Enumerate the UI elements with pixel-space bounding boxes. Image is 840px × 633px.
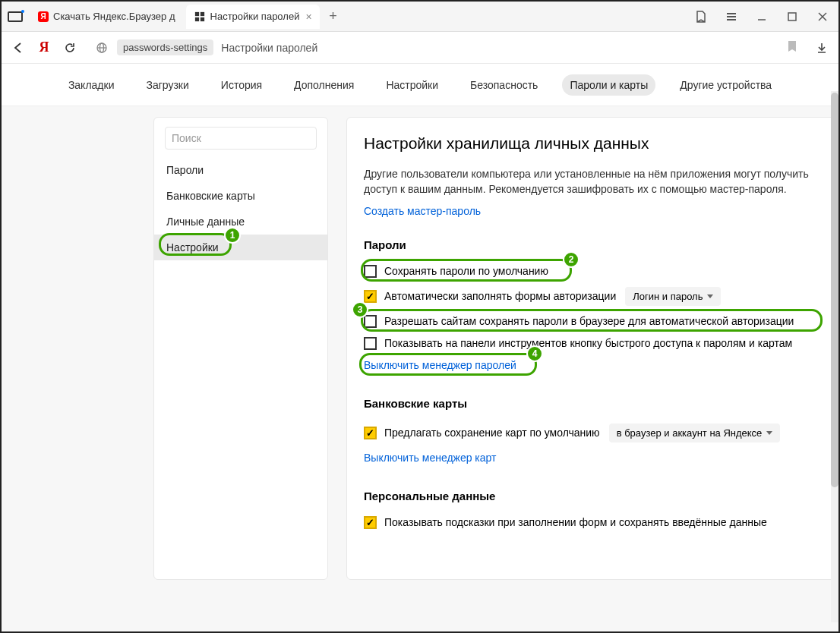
yandex-icon: Я	[38, 11, 49, 22]
sidebar-item-label: Настройки	[166, 241, 219, 254]
topnav-settings[interactable]: Настройки	[378, 74, 446, 96]
new-tab-button[interactable]: +	[323, 6, 344, 27]
scrollbar[interactable]	[831, 106, 838, 622]
label-allow-sites: Разрешать сайтам сохранять пароли в брау…	[384, 315, 794, 327]
label-show-hints: Показывать подсказки при заполнении форм…	[384, 516, 767, 528]
row-show-hints: Показывать подсказки при заполнении форм…	[364, 512, 821, 534]
row-offer-save-cards: Предлагать сохранение карт по умолчанию …	[364, 419, 821, 447]
tab-title: Скачать Яндекс.Браузер д	[53, 11, 175, 22]
main-panel: Настройки хранилища личных данных Другие…	[346, 117, 838, 580]
download-icon[interactable]	[814, 40, 829, 55]
label-show-toolbar: Показывать на панели инструментов кнопку…	[384, 337, 792, 349]
tab-2-active[interactable]: Настройки паролей ×	[186, 5, 320, 29]
url-chip: passwords-settings	[117, 39, 213, 55]
url-title: Настройки паролей	[221, 42, 317, 54]
bookmark-icon[interactable]	[787, 40, 797, 55]
checkbox-show-toolbar[interactable]	[364, 337, 377, 350]
row-disable-cards: Выключить менеджер карт	[364, 447, 821, 468]
section-personal-title: Персональные данные	[364, 490, 821, 502]
top-nav: Закладки Загрузки История Дополнения Нас…	[2, 64, 838, 106]
checkbox-show-hints[interactable]	[364, 516, 377, 529]
maximize-button[interactable]	[782, 7, 802, 27]
body-area: Закладки Загрузки История Дополнения Нас…	[2, 64, 838, 631]
settings-sidebar: Поиск Пароли Банковские карты Личные дан…	[153, 117, 328, 580]
sidebar-search[interactable]: Поиск	[165, 127, 317, 150]
settings-tab-icon	[194, 11, 206, 23]
topnav-downloads[interactable]: Загрузки	[138, 74, 196, 96]
sidebar-item-passwords[interactable]: Пароли	[154, 157, 327, 183]
row-show-toolbar: Показывать на панели инструментов кнопку…	[364, 332, 821, 354]
select-card-save-target[interactable]: в браузер и аккаунт на Яндексе	[609, 424, 781, 442]
annotation-badge-4: 4	[526, 345, 543, 362]
label-offer-save-cards: Предлагать сохранение карт по умолчанию	[384, 427, 600, 439]
svg-rect-0	[194, 11, 198, 15]
sidebar-item-cards[interactable]: Банковские карты	[154, 183, 327, 209]
globe-icon	[94, 40, 109, 55]
row-disable-pm: Выключить менеджер паролей 4	[364, 354, 821, 376]
close-icon[interactable]: ×	[305, 11, 311, 23]
yandex-home-icon[interactable]: Я	[36, 40, 52, 55]
label-save-default: Сохранять пароли по умолчанию	[384, 265, 548, 277]
svg-rect-2	[194, 17, 198, 20]
tab-title: Настройки паролей	[210, 11, 300, 22]
checkbox-allow-sites[interactable]	[364, 315, 377, 328]
sidebar-toggle-icon[interactable]	[8, 11, 23, 22]
topnav-other-devices[interactable]: Другие устройства	[672, 74, 779, 96]
topnav-bookmarks[interactable]: Закладки	[61, 74, 122, 96]
close-button[interactable]	[813, 7, 832, 27]
tab-1[interactable]: Я Скачать Яндекс.Браузер д	[30, 5, 183, 29]
menu-icon[interactable]	[722, 7, 741, 27]
page-description: Другие пользователи компьютера или устан…	[364, 166, 821, 197]
row-allow-sites: Разрешать сайтам сохранять пароли в брау…	[364, 310, 821, 332]
annotation-badge-2: 2	[563, 251, 579, 268]
topnav-addons[interactable]: Дополнения	[286, 74, 362, 96]
row-autofill: Автоматически заполнять формы авторизаци…	[364, 282, 821, 310]
disable-password-manager-link[interactable]: Выключить менеджер паролей	[364, 359, 516, 371]
svg-rect-3	[200, 17, 204, 20]
scroll-thumb[interactable]	[831, 106, 838, 487]
back-button[interactable]	[11, 40, 26, 55]
topnav-passwords-cards[interactable]: Пароли и карты	[562, 74, 655, 96]
annotation-badge-1: 1	[224, 227, 241, 244]
url-box[interactable]: passwords-settings Настройки паролей	[88, 36, 804, 59]
address-bar: Я passwords-settings Настройки паролей	[2, 32, 838, 64]
row-save-default: Сохранять пароли по умолчанию 2	[364, 260, 821, 282]
checkbox-offer-save-cards[interactable]	[364, 427, 377, 439]
checkbox-save-default[interactable]	[364, 265, 377, 278]
minimize-button[interactable]	[752, 7, 772, 27]
section-cards-title: Банковские карты	[364, 397, 821, 410]
select-autofill-mode[interactable]: Логин и пароль	[625, 287, 721, 306]
topnav-history[interactable]: История	[213, 74, 270, 96]
label-autofill: Автоматически заполнять формы авторизаци…	[384, 290, 616, 302]
titlebar: Я Скачать Яндекс.Браузер д Настройки пар…	[2, 2, 838, 32]
page-title: Настройки хранилища личных данных	[364, 134, 821, 153]
section-passwords-title: Пароли	[364, 238, 821, 251]
sidebar-item-personal[interactable]: Личные данные	[154, 209, 327, 235]
reload-button[interactable]	[62, 40, 77, 55]
svg-rect-8	[788, 13, 796, 20]
svg-rect-1	[200, 11, 204, 15]
disable-card-manager-link[interactable]: Выключить менеджер карт	[364, 452, 496, 464]
topnav-security[interactable]: Безопасность	[463, 74, 545, 96]
annotation-badge-3: 3	[352, 301, 368, 318]
create-master-password-link[interactable]: Создать мастер-пароль	[364, 205, 481, 217]
bookmarks-icon[interactable]	[691, 7, 711, 27]
sidebar-item-settings[interactable]: Настройки 1	[154, 235, 327, 260]
checkbox-autofill[interactable]	[364, 290, 377, 303]
window-controls	[691, 7, 832, 27]
content: Поиск Пароли Банковские карты Личные дан…	[2, 106, 838, 631]
